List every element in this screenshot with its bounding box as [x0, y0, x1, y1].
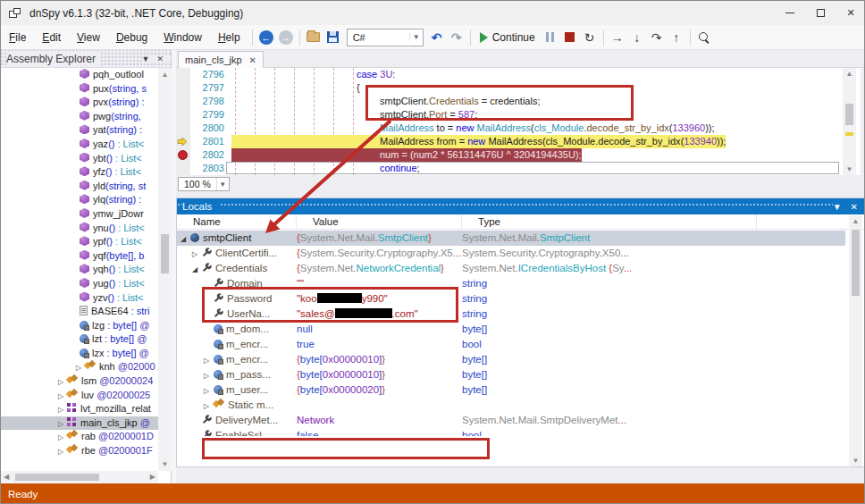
breakpoint-gutter[interactable]: [176, 135, 190, 148]
code-line[interactable]: 2801MailAddress from = new MailAddress(c…: [176, 135, 861, 148]
show-next-statement-button[interactable]: →: [608, 28, 627, 47]
expander-icon[interactable]: ◢: [181, 231, 190, 246]
menu-item-help[interactable]: Help: [210, 28, 248, 47]
tree-item[interactable]: BASE64 : stri: [1, 305, 158, 319]
locals-row[interactable]: ▷m_user...{byte[0x00000020]}byte[]: [177, 382, 845, 398]
locals-row[interactable]: ▷m_pass...{byte[0x00000010]}byte[]: [177, 367, 845, 382]
open-file-button[interactable]: [304, 28, 323, 47]
expander-icon[interactable]: ◢: [192, 262, 202, 276]
tree-item[interactable]: ypf() : List<: [1, 235, 158, 249]
continue-button[interactable]: Continue: [474, 31, 541, 44]
code-line[interactable]: 2796case 3U:: [176, 68, 861, 81]
tab-main-cls-jkp[interactable]: main_cls_jkp ✕: [178, 51, 264, 68]
tree-item[interactable]: ymw_jDowr: [1, 207, 158, 222]
locals-row[interactable]: ◢smtpClient{System.Net.Mail.SmtpClient}S…: [177, 231, 845, 246]
column-header-name[interactable]: Name: [177, 214, 297, 229]
expander-icon[interactable]: ▷: [58, 403, 67, 417]
tree-item[interactable]: yug() : List<: [1, 277, 158, 291]
tree-item[interactable]: ▷lvt_mozilla_relat: [1, 402, 158, 416]
tree-item[interactable]: lzx : byte[] @: [1, 347, 158, 361]
code-line[interactable]: 2797{: [176, 81, 861, 95]
breakpoint-gutter[interactable]: [176, 95, 190, 108]
tree-item[interactable]: yaz() : List<: [1, 138, 158, 152]
undo-button[interactable]: ↶: [427, 28, 447, 47]
locals-row[interactable]: UserNa..."sales@.com"string: [177, 307, 845, 322]
zoom-level-select[interactable]: 100 % ▼: [178, 177, 230, 191]
code-line[interactable]: 2803continue;: [176, 162, 861, 175]
step-over-button[interactable]: ↷: [647, 28, 667, 47]
locals-row[interactable]: Password"kooy990"string: [177, 291, 845, 307]
save-all-modules-button[interactable]: [323, 28, 343, 47]
tree-item[interactable]: ybt() : List<: [1, 152, 158, 166]
navigate-back-button[interactable]: ←: [256, 28, 276, 47]
tree-item[interactable]: lzg : byte[] @: [1, 319, 158, 333]
column-header-type[interactable]: Type: [462, 214, 757, 229]
expander-icon[interactable]: ▷: [58, 431, 67, 445]
break-button[interactable]: [541, 28, 560, 47]
tree-item[interactable]: yat(string) :: [1, 123, 158, 138]
tree-item[interactable]: lzt : byte[] @: [1, 332, 158, 347]
code-line[interactable]: 2798smtpClient.Credentials = credentials…: [176, 95, 861, 108]
code-line[interactable]: 2799smtpClient.Port = 587;: [176, 108, 861, 122]
panel-close-icon[interactable]: ✕: [156, 55, 164, 63]
locals-row[interactable]: Domain""string: [177, 276, 845, 291]
breakpoint-gutter[interactable]: [176, 108, 190, 122]
maximize-button[interactable]: [805, 1, 836, 25]
step-into-button[interactable]: ↓: [627, 28, 647, 47]
tree-item[interactable]: ylq(string) :: [1, 193, 158, 207]
editor-vertical-scrollbar[interactable]: ▲ ▼: [843, 68, 856, 175]
tree-item[interactable]: ▷rbe @0200001F: [1, 444, 158, 458]
tree-item[interactable]: pvx(string) :: [1, 96, 158, 110]
locals-vertical-scrollbar[interactable]: ▲ ▼: [849, 215, 862, 466]
tab-close-icon[interactable]: ✕: [249, 55, 256, 65]
close-button[interactable]: ✕: [836, 1, 865, 25]
minimize-button[interactable]: [775, 1, 805, 25]
expander-icon[interactable]: ▷: [204, 353, 214, 367]
tree-item[interactable]: ▷main_cls_jkp @: [1, 416, 158, 431]
tree-item[interactable]: ▷rab @0200001D: [1, 430, 158, 444]
tree-item[interactable]: yzv() : List<: [1, 291, 158, 306]
step-out-button[interactable]: ↑: [667, 28, 686, 47]
tree-item[interactable]: yqh() : List<: [1, 263, 158, 277]
menu-item-file[interactable]: File: [1, 28, 34, 47]
code-editor[interactable]: 2796case 3U:2797{2798smtpClient.Credenti…: [176, 68, 861, 175]
expander-icon[interactable]: ▷: [204, 399, 214, 413]
expander-icon[interactable]: ▷: [58, 375, 67, 390]
panel-close-icon[interactable]: ✕: [851, 202, 858, 212]
locals-row[interactable]: m_dom...nullbyte[]: [177, 322, 845, 337]
stop-debugging-button[interactable]: [560, 28, 580, 47]
sidebar-vertical-scrollbar[interactable]: ▲ ▼: [158, 68, 172, 471]
locals-row[interactable]: ▷Static m...: [177, 398, 845, 413]
expander-icon[interactable]: ▷: [58, 390, 67, 404]
menu-item-window[interactable]: Window: [155, 28, 210, 47]
column-header-value[interactable]: Value: [297, 214, 462, 229]
breakpoint-gutter[interactable]: [176, 81, 190, 95]
navigate-forward-button[interactable]: →: [276, 28, 296, 47]
menu-item-view[interactable]: View: [69, 28, 108, 47]
panel-menu-icon[interactable]: ▼: [142, 55, 150, 63]
breakpoint-gutter[interactable]: [176, 148, 190, 162]
locals-row[interactable]: m_encr...truebool: [177, 337, 845, 352]
breakpoint-icon[interactable]: [178, 150, 188, 160]
locals-row[interactable]: DeliveryMet...NetworkSystem.Net.Mail.Smt…: [177, 413, 845, 428]
tree-item[interactable]: pwg(string,: [1, 110, 158, 124]
expander-icon[interactable]: ▷: [204, 368, 214, 382]
expander-icon[interactable]: ▷: [76, 361, 85, 375]
locals-row[interactable]: ▷m_encr...{byte[0x00000010]}byte[]: [177, 352, 845, 367]
breakpoint-gutter[interactable]: [176, 68, 190, 81]
sidebar-horizontal-scrollbar[interactable]: ◀ ▶: [1, 471, 158, 483]
expander-icon[interactable]: ▷: [204, 383, 214, 398]
locals-row[interactable]: ▷ClientCertifi...{System.Security.Crypto…: [177, 246, 845, 261]
redo-button[interactable]: ↷: [447, 28, 466, 47]
restart-button[interactable]: ↻: [580, 28, 600, 47]
locals-row[interactable]: EnableSslfalsebool: [177, 428, 845, 436]
tree-item[interactable]: ynu() : List<: [1, 222, 158, 236]
breakpoint-gutter[interactable]: [176, 122, 190, 135]
expander-icon[interactable]: ▷: [58, 445, 67, 459]
tree-item[interactable]: pux(string, s: [1, 82, 158, 97]
menu-item-debug[interactable]: Debug: [108, 28, 155, 47]
breakpoint-gutter[interactable]: [176, 162, 190, 175]
code-line[interactable]: 2800MailAddress to = new MailAddress(cls…: [176, 122, 861, 135]
tree-item[interactable]: ▷lsm @02000024: [1, 374, 158, 389]
code-line[interactable]: 2802num = (num2 * 561314476U ^ 320419443…: [176, 148, 861, 162]
